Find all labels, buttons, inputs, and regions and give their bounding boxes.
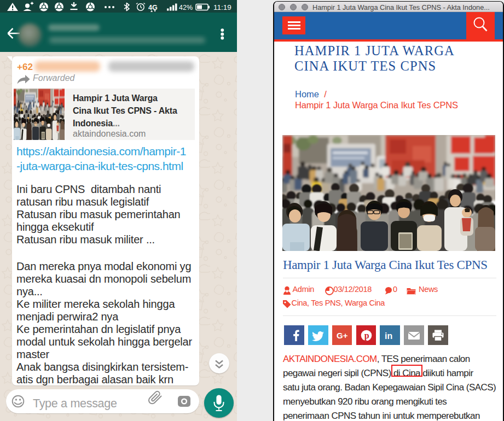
svg-text:11:19: 11:19 (213, 3, 231, 11)
svg-text:in: in (385, 331, 392, 341)
svg-text:42%: 42% (179, 4, 193, 11)
svg-text:G+: G+ (337, 331, 348, 340)
svg-text:p: p (364, 331, 369, 341)
